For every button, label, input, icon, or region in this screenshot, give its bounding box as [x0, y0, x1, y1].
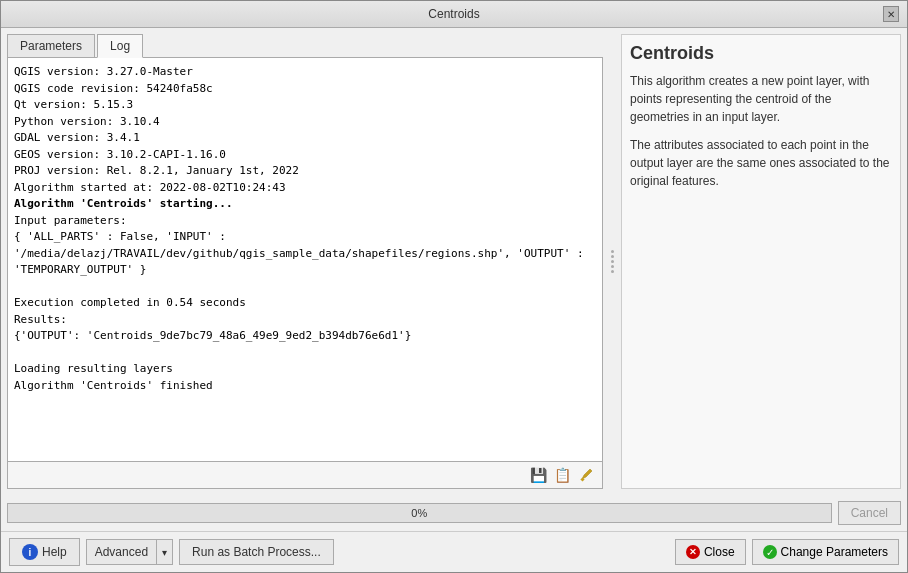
log-line-1: QGIS code revision: 54240fa58c: [14, 81, 596, 98]
log-line-4: GDAL version: 3.4.1: [14, 130, 596, 147]
log-line-6: PROJ version: Rel. 8.2.1, January 1st, 2…: [14, 163, 596, 180]
progress-label: 0%: [411, 507, 427, 519]
centroids-dialog: Centroids ✕ Parameters Log QGIS version:…: [0, 0, 908, 573]
dialog-title: Centroids: [25, 7, 883, 21]
tab-parameters[interactable]: Parameters: [7, 34, 95, 57]
log-line-15: [14, 345, 596, 362]
close-icon: ✕: [686, 545, 700, 559]
log-line-14: {'OUTPUT': 'Centroids_9de7bc79_48a6_49e9…: [14, 328, 596, 345]
log-line-8: Algorithm 'Centroids' starting...: [14, 196, 596, 213]
batch-process-label: Run as Batch Process...: [192, 545, 321, 559]
advanced-button-group: Advanced ▾: [86, 539, 173, 565]
save-log-button[interactable]: 💾: [528, 465, 548, 485]
batch-process-button[interactable]: Run as Batch Process...: [179, 539, 334, 565]
help-paragraph-2: The attributes associated to each point …: [630, 136, 892, 190]
title-bar: Centroids ✕: [1, 1, 907, 28]
help-paragraph-1: This algorithm creates a new point layer…: [630, 72, 892, 126]
log-line-9: Input parameters:: [14, 213, 596, 230]
log-line-12: Execution completed in 0.54 seconds: [14, 295, 596, 312]
progress-row: 0% Cancel: [1, 495, 907, 531]
log-panel[interactable]: QGIS version: 3.27.0-Master QGIS code re…: [7, 58, 603, 462]
close-label: Close: [704, 545, 735, 559]
help-button[interactable]: i Help: [9, 538, 80, 566]
log-line-7: Algorithm started at: 2022-08-02T10:24:4…: [14, 180, 596, 197]
help-label: Help: [42, 545, 67, 559]
log-line-16: Loading resulting layers: [14, 361, 596, 378]
log-line-2: Qt version: 5.15.3: [14, 97, 596, 114]
left-panel: Parameters Log QGIS version: 3.27.0-Mast…: [7, 34, 603, 489]
change-parameters-label: Change Parameters: [781, 545, 888, 559]
dialog-body: Parameters Log QGIS version: 3.27.0-Mast…: [1, 28, 907, 495]
log-panel-footer: 💾 📋: [7, 462, 603, 489]
advanced-arrow-button[interactable]: ▾: [156, 539, 173, 565]
log-line-3: Python version: 3.10.4: [14, 114, 596, 131]
advanced-main-button[interactable]: Advanced: [86, 539, 156, 565]
title-close-button[interactable]: ✕: [883, 6, 899, 22]
tab-log[interactable]: Log: [97, 34, 143, 58]
log-line-10: { 'ALL_PARTS' : False, 'INPUT' : '/media…: [14, 229, 596, 279]
copy-log-button[interactable]: 📋: [552, 465, 572, 485]
log-line-0: QGIS version: 3.27.0-Master: [14, 64, 596, 81]
progress-bar-container: 0%: [7, 503, 832, 523]
log-line-11: [14, 279, 596, 296]
cancel-button[interactable]: Cancel: [838, 501, 901, 525]
close-button[interactable]: ✕ Close: [675, 539, 746, 565]
log-line-5: GEOS version: 3.10.2-CAPI-1.16.0: [14, 147, 596, 164]
log-line-13: Results:: [14, 312, 596, 329]
help-icon: i: [22, 544, 38, 560]
tabs-bar: Parameters Log: [7, 34, 603, 58]
help-panel: Centroids This algorithm creates a new p…: [621, 34, 901, 489]
clear-log-button[interactable]: [576, 465, 596, 485]
bottom-bar: i Help Advanced ▾ Run as Batch Process..…: [1, 531, 907, 572]
log-line-17: Algorithm 'Centroids' finished: [14, 378, 596, 395]
help-title: Centroids: [630, 43, 892, 64]
panel-separator: [609, 34, 615, 489]
change-parameters-button[interactable]: ✓ Change Parameters: [752, 539, 899, 565]
check-icon: ✓: [763, 545, 777, 559]
broom-icon: [578, 467, 594, 483]
